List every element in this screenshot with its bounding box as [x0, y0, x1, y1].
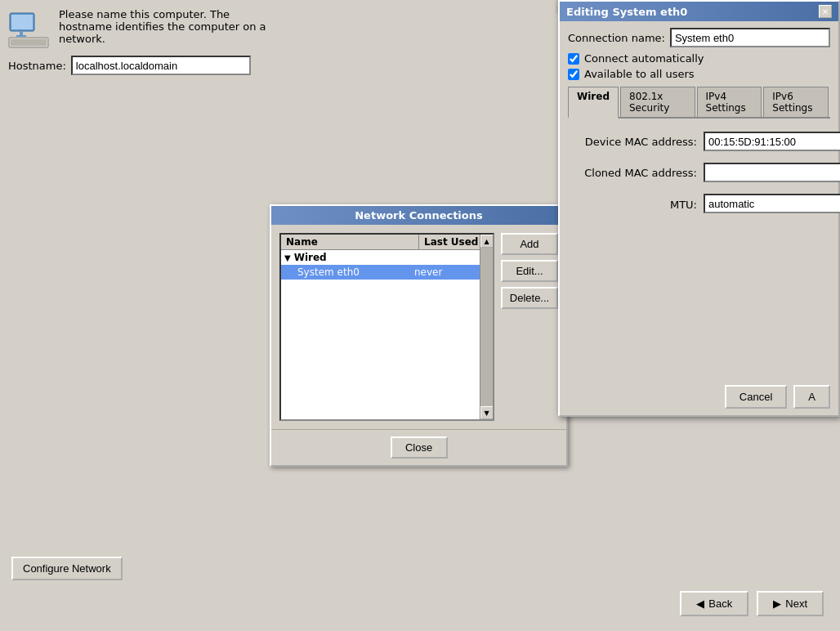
tab-802-1x[interactable]: 802.1x Security: [620, 87, 695, 117]
setup-description: Please name this computer. The hostname …: [8, 8, 266, 48]
edit-button[interactable]: Edit...: [501, 260, 558, 282]
header-name: Name: [281, 235, 419, 249]
back-label: Back: [708, 597, 732, 610]
editing-title: Editing System eth0: [566, 6, 687, 18]
wired-group-header: ▼ Wired: [281, 250, 493, 265]
tab-ipv4[interactable]: IPv4 Settings: [697, 87, 762, 117]
available-users-checkbox[interactable]: [568, 69, 579, 80]
description-line2: hostname identifies the computer on a: [59, 20, 266, 33]
system-eth0-item[interactable]: System eth0 never: [281, 265, 493, 280]
hostname-label: Hostname:: [8, 60, 66, 72]
apply-label: A: [808, 391, 815, 403]
next-button[interactable]: ▶ Next: [757, 591, 824, 616]
add-label: Add: [520, 238, 538, 250]
delete-label: Delete...: [510, 292, 549, 304]
back-arrow-icon: ◀: [696, 597, 704, 610]
wired-group-label: Wired: [294, 252, 327, 263]
mtu-row: MTU: ▲ ▼: [574, 194, 824, 215]
cloned-mac-label: Cloned MAC address:: [574, 167, 697, 179]
list-scrollbar: ▲ ▼: [480, 235, 493, 419]
connect-auto-label: Connect automatically: [584, 52, 704, 65]
svg-rect-5: [11, 39, 47, 46]
connect-auto-row: Connect automatically: [568, 52, 830, 65]
scroll-track: [480, 248, 493, 406]
available-users-label: Available to all users: [584, 68, 695, 80]
tabs-bar: Wired 802.1x Security IPv4 Settings IPv6…: [568, 87, 830, 119]
network-connections-content: Name Last Used ▼ Wired System eth0 never…: [271, 225, 566, 429]
svg-rect-3: [16, 35, 26, 37]
mtu-input[interactable]: [704, 194, 840, 213]
connect-auto-checkbox[interactable]: [568, 53, 579, 65]
editing-dialog: Editing System eth0 ✕ Connection name: C…: [558, 0, 840, 417]
configure-network-button[interactable]: Configure Network: [11, 557, 123, 580]
next-label: Next: [785, 597, 807, 610]
system-eth0-lastused: never: [414, 266, 488, 278]
mtu-spinner: ▲ ▼: [704, 194, 840, 215]
svg-rect-1: [11, 15, 33, 29]
close-button[interactable]: Close: [391, 436, 448, 459]
group-arrow-icon: ▼: [284, 253, 291, 262]
editing-footer: Cancel A: [725, 385, 830, 409]
hostname-area: Hostname:: [8, 56, 251, 75]
bottom-nav: ◀ Back ▶ Next: [680, 591, 824, 616]
tab-wired[interactable]: Wired: [568, 87, 619, 119]
device-mac-input[interactable]: [704, 132, 840, 151]
wired-tab-content: Device MAC address: Cloned MAC address: …: [568, 119, 830, 233]
next-arrow-icon: ▶: [773, 597, 781, 610]
device-mac-row: Device MAC address:: [574, 132, 824, 151]
cloned-mac-input[interactable]: [704, 163, 840, 182]
network-connections-title: Network Connections: [355, 209, 483, 222]
connections-list: Name Last Used ▼ Wired System eth0 never…: [279, 233, 494, 421]
dialog-action-buttons: Add Edit... Delete...: [501, 233, 558, 421]
list-header: Name Last Used: [281, 235, 493, 250]
scroll-down-btn[interactable]: ▼: [480, 406, 494, 419]
network-connections-titlebar: Network Connections: [271, 206, 566, 225]
dialog-close-area: Close: [271, 429, 566, 465]
device-mac-label: Device MAC address:: [574, 136, 697, 148]
hostname-input[interactable]: [71, 56, 251, 75]
mtu-label: MTU:: [574, 199, 697, 211]
cancel-button[interactable]: Cancel: [725, 385, 787, 409]
back-button[interactable]: ◀ Back: [680, 591, 748, 616]
tab-ipv6[interactable]: IPv6 Settings: [763, 87, 829, 117]
editing-body: Connection name: Connect automatically A…: [560, 21, 838, 239]
add-button[interactable]: Add: [501, 233, 558, 255]
editing-titlebar: Editing System eth0 ✕: [560, 2, 838, 21]
editing-close-button[interactable]: ✕: [819, 5, 832, 18]
apply-button[interactable]: A: [793, 385, 830, 409]
cloned-mac-row: Cloned MAC address:: [574, 163, 824, 182]
delete-button[interactable]: Delete...: [501, 287, 558, 309]
available-users-row: Available to all users: [568, 68, 830, 80]
description-line3: network.: [59, 33, 266, 45]
system-eth0-name: System eth0: [297, 266, 414, 278]
computer-icon: [8, 11, 49, 48]
connection-name-row: Connection name:: [568, 28, 830, 47]
scroll-up-btn[interactable]: ▲: [480, 235, 494, 248]
svg-rect-2: [20, 31, 23, 35]
configure-network-label: Configure Network: [23, 562, 111, 575]
cancel-label: Cancel: [739, 391, 772, 403]
close-label: Close: [405, 441, 432, 454]
network-connections-dialog: Network Connections Name Last Used ▼ Wir…: [270, 204, 568, 467]
connection-name-input[interactable]: [670, 28, 830, 47]
description-line1: Please name this computer. The: [59, 8, 266, 20]
connection-name-label: Connection name:: [568, 32, 665, 44]
edit-label: Edit...: [516, 265, 543, 277]
